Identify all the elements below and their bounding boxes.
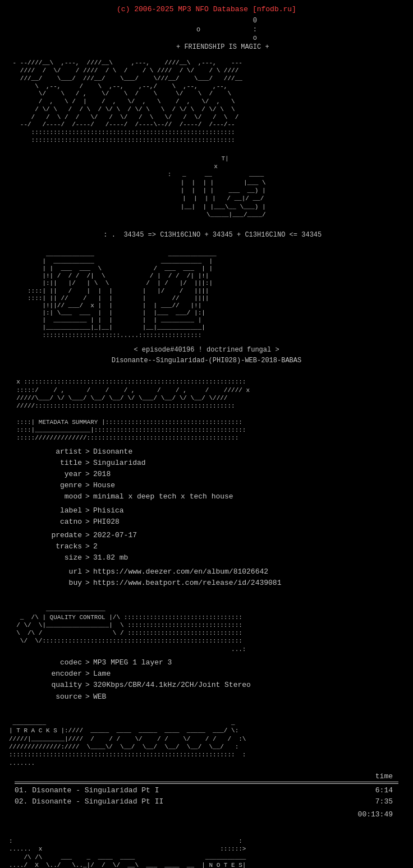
- metadata-section: artist > Disonante title > Singularidad …: [9, 447, 404, 588]
- meta-key-tracks: tracks: [31, 542, 82, 552]
- ascii-ponies: - --////__\ ,---, ////__\ ,---, ////__\ …: [9, 52, 404, 145]
- meta-key-artist: artist: [31, 447, 82, 457]
- meta-value-tracks: 2: [93, 542, 98, 552]
- track-1-info: 01. Disonante - Singularidad Pt I: [15, 786, 159, 796]
- tracks-time-header: time: [375, 772, 393, 782]
- meta-value-label: Phisica: [93, 506, 124, 516]
- meta-key-predate: predate: [31, 530, 82, 541]
- quality-header-art: ________________ _ /\ | QUALITY CONTROL …: [9, 597, 404, 653]
- ascii-header-block: T| x : _ __ ____ | | | | |___ \ | | | | …: [9, 147, 404, 219]
- ascii-section-art: _____________ _____________ | __________…: [9, 243, 404, 339]
- meta-key-source: source: [31, 692, 82, 702]
- meta-key-catno: catno: [31, 517, 82, 527]
- meta-value-artist: Disonante: [93, 447, 132, 457]
- tracks-section: time 01. Disonante - Singularidad Pt I 6…: [9, 772, 404, 820]
- meta-value-url: https://www.deezer.com/en/album/81026642: [93, 567, 268, 577]
- total-time-row: 00:13:49: [15, 810, 398, 820]
- meta-value-title: Singularidad: [93, 458, 146, 468]
- ascii-header: 0 o : o + FRIENDSHIP IS MAGIC +: [9, 17, 404, 52]
- meta-value-mood: minimal x deep tech x tech house: [93, 492, 233, 502]
- meta-key-encoder: encoder: [31, 669, 82, 679]
- track-1-time: 6:14: [375, 786, 393, 796]
- episode-line: < episode#40196 ! doctrined fungal >: [9, 346, 404, 355]
- meta-key-size: size: [31, 553, 82, 563]
- release-name: Disonante--Singularidad-(PHI028)-WEB-201…: [9, 357, 404, 366]
- notes-header-art: : : ...... x ::::::> /\ /\ ___ _ ____ __…: [9, 829, 404, 868]
- meta-value-buy: https://www.beatport.com/release/id/2439…: [93, 578, 281, 588]
- meta-value-size: 31.82 mb: [93, 553, 128, 563]
- copyright-line: (c) 2006-2025 MP3 NFO Database [nfodb.ru…: [9, 4, 404, 15]
- meta-value-year: 2018: [93, 469, 111, 479]
- track-2-time: 7:35: [375, 797, 393, 807]
- meta-value-encoder: Lame: [93, 669, 111, 679]
- meta-key-title: title: [31, 458, 82, 468]
- meta-key-url: url: [31, 567, 82, 577]
- tracks-divider: [15, 783, 398, 784]
- meta-value-catno: PHI028: [93, 517, 120, 527]
- meta-key-buy: buy: [31, 578, 82, 588]
- meta-value-codec: MP3 MPEG 1 layer 3: [93, 658, 172, 668]
- meta-value-source: WEB: [93, 692, 106, 702]
- tracks-header-art: _________ _ | T R A C K S |://// _____ _…: [9, 711, 404, 767]
- meta-key-mood: mood: [31, 492, 82, 502]
- meta-value-genre: House: [93, 481, 115, 491]
- total-time: 00:13:49: [358, 810, 393, 820]
- meta-key-year: year: [31, 469, 82, 479]
- formula-line: : . 34345 => C13H16ClNO + 34345 + C13H16…: [9, 222, 404, 239]
- chain-art: x ::::::::::::::::::::::::::::::::::::::…: [9, 370, 404, 410]
- meta-key-codec: codec: [31, 658, 82, 668]
- meta-key-genre: genre: [31, 481, 82, 491]
- meta-key-label: label: [31, 506, 82, 516]
- meta-value-predate: 2022-07-17: [93, 530, 137, 541]
- track-row-2: 02. Disonante - Singularidad Pt II 7:35: [15, 796, 398, 807]
- meta-key-quality: quality: [31, 680, 82, 690]
- track-2-info: 02. Disonante - Singularidad Pt II: [15, 797, 163, 807]
- meta-value-quality: 320Kbps/CBR/44.1kHz/2CH/Joint Stereo: [93, 680, 251, 690]
- metadata-header-art: ::::| METADATA SUMMARY |::::::::::::::::…: [9, 410, 404, 442]
- track-row-1: 01. Disonante - Singularidad Pt I 6:14: [15, 785, 398, 796]
- quality-section: codec > MP3 MPEG 1 layer 3 encoder > Lam…: [9, 658, 404, 702]
